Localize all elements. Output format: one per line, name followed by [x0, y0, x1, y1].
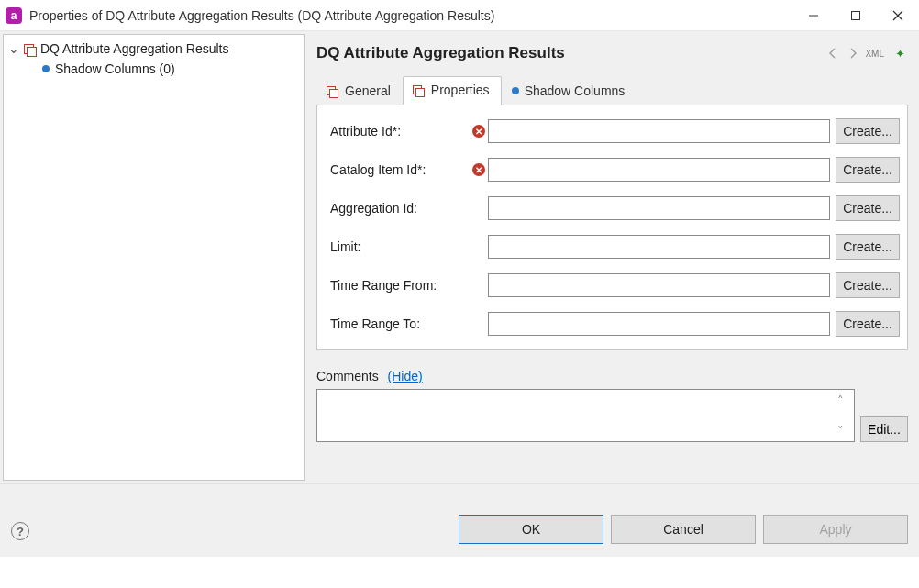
- field-attribute-id: Attribute Id*: ✕ Create...: [330, 118, 900, 144]
- svg-rect-1: [852, 11, 860, 19]
- ok-button[interactable]: OK: [459, 515, 603, 544]
- window-title: Properties of DQ Attribute Aggregation R…: [29, 8, 792, 23]
- properties-form: Attribute Id*: ✕ Create... Catalog Item …: [316, 105, 908, 350]
- step-icon: [24, 42, 37, 55]
- xml-button[interactable]: XML: [865, 49, 884, 59]
- input-aggregation-id[interactable]: [488, 196, 830, 220]
- input-range-to[interactable]: [488, 312, 830, 336]
- label-aggregation-id: Aggregation Id:: [330, 201, 470, 216]
- create-limit-button[interactable]: Create...: [836, 234, 900, 260]
- tab-general-label: General: [345, 83, 391, 98]
- column-icon: [42, 65, 50, 72]
- scroll-down-icon[interactable]: ˅: [837, 424, 852, 438]
- tree-root-label: DQ Attribute Aggregation Results: [40, 41, 228, 56]
- scroll-up-icon[interactable]: ˄: [837, 394, 852, 407]
- create-range-to-button[interactable]: Create...: [836, 311, 900, 337]
- tabs: General Properties Shadow Columns: [316, 75, 908, 105]
- right-panel: DQ Attribute Aggregation Results XML ✦ G…: [305, 31, 919, 483]
- field-catalog-item-id: Catalog Item Id*: ✕ Create...: [330, 157, 900, 183]
- comments-hide-link[interactable]: (Hide): [388, 369, 423, 383]
- input-limit[interactable]: [488, 235, 830, 259]
- comments-header: Comments (Hide): [316, 369, 908, 383]
- create-aggregation-id-button[interactable]: Create...: [836, 195, 900, 221]
- comments-section: Comments (Hide) ˄ ˅ Edit...: [316, 369, 908, 442]
- label-range-from: Time Range From:: [330, 278, 470, 293]
- tab-shadow-columns[interactable]: Shadow Columns: [502, 76, 637, 105]
- nav-back-icon[interactable]: [825, 47, 841, 60]
- step-icon: [413, 83, 426, 96]
- help-icon[interactable]: ?: [11, 522, 29, 540]
- comments-label: Comments: [316, 369, 379, 383]
- tree-root-row[interactable]: ⌄ DQ Attribute Aggregation Results: [4, 39, 304, 59]
- tab-properties-label: Properties: [431, 83, 490, 97]
- label-limit: Limit:: [330, 239, 470, 254]
- error-icon: ✕: [472, 163, 485, 176]
- apply-button[interactable]: Apply: [763, 515, 908, 544]
- panel-header: DQ Attribute Aggregation Results XML ✦: [316, 40, 908, 66]
- field-limit: Limit: Create...: [330, 234, 900, 260]
- error-icon: ✕: [472, 125, 485, 138]
- column-icon: [512, 87, 519, 94]
- minimize-button[interactable]: [792, 0, 835, 31]
- close-button[interactable]: [877, 0, 919, 31]
- label-catalog-item-id: Catalog Item Id*:: [330, 162, 470, 177]
- input-range-from[interactable]: [488, 273, 830, 297]
- maximize-button[interactable]: [835, 0, 877, 31]
- tab-shadow-label: Shadow Columns: [525, 83, 626, 98]
- titlebar: a Properties of DQ Attribute Aggregation…: [0, 0, 919, 31]
- tree-child-label: Shadow Columns (0): [55, 61, 175, 76]
- step-icon: [327, 84, 339, 97]
- run-icon[interactable]: ✦: [891, 47, 908, 61]
- tree-child-row[interactable]: Shadow Columns (0): [4, 59, 304, 79]
- page-title: DQ Attribute Aggregation Results: [316, 44, 821, 62]
- create-catalog-item-id-button[interactable]: Create...: [836, 157, 900, 183]
- input-attribute-id[interactable]: [488, 119, 830, 143]
- field-aggregation-id: Aggregation Id: Create...: [330, 195, 900, 221]
- body: ⌄ DQ Attribute Aggregation Results Shado…: [0, 31, 919, 483]
- app-icon: a: [6, 7, 22, 24]
- footer: ? OK Cancel Apply: [0, 483, 919, 557]
- create-range-from-button[interactable]: Create...: [836, 272, 900, 298]
- field-time-range-from: Time Range From: Create...: [330, 272, 900, 298]
- chevron-down-icon[interactable]: ⌄: [7, 41, 20, 56]
- label-range-to: Time Range To:: [330, 316, 470, 331]
- tree-panel: ⌄ DQ Attribute Aggregation Results Shado…: [3, 34, 305, 481]
- comments-box[interactable]: ˄ ˅: [316, 389, 855, 442]
- label-attribute-id: Attribute Id*:: [330, 124, 470, 139]
- tab-general[interactable]: General: [316, 76, 403, 105]
- nav-forward-icon[interactable]: [845, 47, 861, 60]
- field-time-range-to: Time Range To: Create...: [330, 311, 900, 337]
- edit-comments-button[interactable]: Edit...: [860, 416, 908, 442]
- tab-properties[interactable]: Properties: [403, 76, 502, 105]
- create-attribute-id-button[interactable]: Create...: [836, 118, 900, 144]
- window-controls: [792, 0, 919, 31]
- cancel-button[interactable]: Cancel: [611, 515, 756, 544]
- input-catalog-item-id[interactable]: [488, 158, 830, 182]
